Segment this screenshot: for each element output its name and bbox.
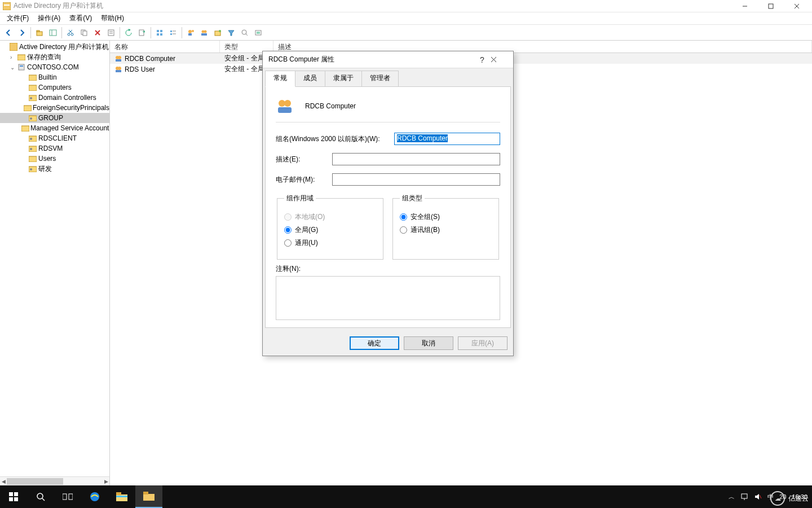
toolbar-refresh-button[interactable] [122,27,135,39]
tree-node-computers[interactable]: Computers [0,82,109,93]
toolbar-filter-button[interactable] [225,27,237,39]
group-display-name: RDCB Computer [305,102,356,110]
toolbar-forward-button[interactable] [16,27,28,39]
menu-view[interactable]: 查看(V) [65,12,96,24]
tab-member-of[interactable]: 隶属于 [325,71,362,87]
toolbar-new-ou-button[interactable] [211,27,224,39]
taskbar-ie-icon[interactable] [81,485,108,508]
radio-type-distribution[interactable]: 通讯组(B) [400,225,492,235]
input-description[interactable] [332,153,500,165]
tray-volume-icon[interactable] [754,493,762,501]
ok-button[interactable]: 确定 [350,336,399,350]
fieldset-scope-legend: 组作用域 [284,194,316,203]
window-minimize-button[interactable] [732,0,758,12]
tree-domain[interactable]: ⌄ CONTOSO.COM [0,62,109,72]
toolbar-delete-button[interactable] [91,27,104,39]
svg-rect-23 [160,30,162,32]
toolbar-cut-button[interactable] [64,27,77,39]
tree-node-msa[interactable]: Managed Service Accounts [0,123,109,133]
input-groupname[interactable]: RDCB Computer [394,133,500,145]
dialog-close-button[interactable] [491,56,508,63]
svg-rect-0 [3,2,11,10]
menu-file[interactable]: 文件(F) [2,12,33,24]
tree-node-group[interactable]: GROUP [0,113,109,123]
toolbar-properties-button[interactable] [105,27,117,39]
toolbar-pane-button[interactable] [47,27,59,39]
label-email: 电子邮件(M): [276,175,332,185]
toolbar-export-button[interactable] [136,27,148,39]
tree-root[interactable]: Active Directory 用户和计算机 [0,42,109,52]
input-notes[interactable] [276,276,500,320]
group-icon [114,55,122,63]
toolbar-find-button[interactable] [239,27,251,39]
tree-view[interactable]: Active Directory 用户和计算机 › 保存的查询 ⌄ CONTOS… [0,41,109,476]
dialog-titlebar[interactable]: RDCB Computer 属性 ? [263,51,513,68]
input-email[interactable] [332,173,500,186]
toolbar-list-view-button[interactable] [167,27,179,39]
toolbar-copy-button[interactable] [78,27,90,39]
taskbar-aduc-icon[interactable] [135,485,162,508]
svg-rect-40 [255,30,261,35]
window-close-button[interactable] [784,0,810,12]
toolbar-new-user-button[interactable] [184,27,197,39]
svg-rect-51 [24,106,32,111]
tree-root-label: Active Directory 用户和计算机 [19,42,109,52]
tree-horizontal-scrollbar[interactable]: ◀▶ [0,476,109,485]
radio-type-security[interactable]: 安全组(S) [400,212,492,222]
svg-rect-79 [63,494,67,500]
menu-bar: 文件(F) 操作(A) 查看(V) 帮助(H) [0,12,812,25]
tree-node-users[interactable]: Users [0,154,109,164]
tree-node-domain-controllers[interactable]: Domain Controllers [0,93,109,103]
toolbar-icon-view-button[interactable] [153,27,166,39]
taskbar[interactable]: ︿ 中 20 16:30 [0,485,812,508]
menu-help[interactable]: 帮助(H) [96,12,129,24]
tree-node-fsp[interactable]: ForeignSecurityPrincipals [0,103,109,113]
watermark-text: 亿速云 [788,494,809,503]
svg-rect-44 [17,55,25,60]
svg-rect-22 [157,30,159,32]
tree-node-rdsvm[interactable]: RDSVM [0,143,109,154]
ou-icon [28,145,37,152]
start-button[interactable] [0,485,27,508]
tab-general[interactable]: 常规 [265,71,295,87]
svg-point-38 [242,30,246,34]
tray-chevron-up-icon[interactable]: ︿ [729,493,735,501]
window-maximize-button[interactable] [758,0,784,12]
search-button[interactable] [27,485,54,508]
svg-rect-72 [278,107,292,113]
apply-button: 应用(A) [458,336,508,350]
fieldset-type-legend: 组类型 [400,194,425,203]
svg-point-30 [188,30,192,33]
taskbar-explorer-icon[interactable] [108,485,135,508]
task-view-button[interactable] [54,485,81,508]
toolbar [0,25,812,41]
toolbar-up-button[interactable] [33,27,46,39]
tree-node-rdsclient[interactable]: RDSCLIENT [0,133,109,143]
toolbar-more-button[interactable] [252,27,264,39]
svg-point-53 [30,117,32,120]
svg-rect-28 [170,33,172,35]
tree-saved-queries[interactable]: › 保存的查询 [0,52,109,62]
svg-rect-43 [10,43,17,51]
column-header-name[interactable]: 名称 [110,41,220,52]
folder-icon [24,104,32,111]
tab-members[interactable]: 成员 [295,71,325,87]
radio-scope-universal[interactable]: 通用(U) [284,238,376,248]
tree-domain-label: CONTOSO.COM [27,63,79,71]
tree-node-yanfa[interactable]: 研发 [0,164,109,174]
menu-action[interactable]: 操作(A) [33,12,65,24]
toolbar-back-button[interactable] [2,27,15,39]
tab-managed-by[interactable]: 管理者 [361,71,399,87]
svg-rect-82 [116,494,127,501]
svg-line-78 [42,498,45,501]
ad-root-icon [9,43,18,51]
tree-node-builtin[interactable]: Builtin [0,72,109,82]
radio-scope-global[interactable]: 全局(G) [284,225,376,235]
svg-point-34 [204,30,207,33]
dialog-help-button[interactable]: ? [474,55,491,64]
svg-rect-3 [769,4,773,8]
cancel-button[interactable]: 取消 [404,336,453,350]
svg-rect-26 [170,30,172,32]
toolbar-new-group-button[interactable] [198,27,210,39]
tray-network-icon[interactable] [740,493,748,501]
